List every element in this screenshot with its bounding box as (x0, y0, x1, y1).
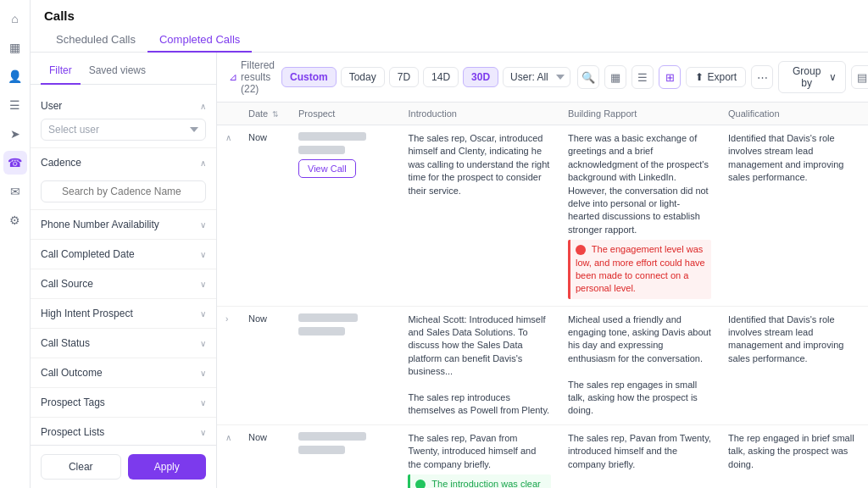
table-header-row: Date ⇅ Prospect Introduction Building Ra… (217, 103, 868, 125)
row2-qual-text: Identified that Davis's role involves st… (728, 313, 860, 366)
chevron-down-icon-intent: ∨ (200, 309, 206, 319)
filter-section-call-outcome: Call Outcome ∨ (31, 358, 216, 388)
page-header: Calls Scheduled Calls Completed Calls (31, 0, 868, 53)
row1-prospect-cell: View Call (290, 125, 399, 307)
filter-section-prospect-lists-label: Prospect Lists (41, 426, 104, 438)
filter-footer: Clear Apply (31, 445, 216, 488)
date-14d-btn[interactable]: 14D (423, 67, 459, 87)
cadence-search-input[interactable] (41, 180, 206, 202)
filter-section-prospect-lists-header[interactable]: Prospect Lists ∨ (41, 424, 206, 440)
row1-rapport-text: There was a basic exchange of greetings … (568, 132, 711, 236)
view-call-button[interactable]: View Call (298, 159, 356, 178)
col-qual-header[interactable]: Qualification (720, 103, 868, 125)
chevron-down-icon-outcome: ∨ (200, 369, 206, 378)
row2-expand-icon[interactable]: › (225, 314, 228, 324)
date-filter-group: Custom Today 7D 14D 30D User: All (281, 67, 570, 87)
content-area: Filter Saved views User ∧ Select user (31, 53, 868, 488)
col-prospect-header[interactable]: Prospect (290, 103, 399, 125)
row3-expand-icon[interactable]: ∧ (225, 433, 231, 442)
filter-section-cadence-label: Cadence (41, 157, 81, 169)
left-icon-bar: ⌂ ▦ 👤 ☰ ➤ ☎ ✉ ⚙ (0, 0, 31, 488)
date-today-btn[interactable]: Today (341, 67, 385, 87)
filter-section-high-intent: High Intent Prospect ∨ (31, 299, 216, 329)
filter-tab-saved[interactable]: Saved views (81, 61, 154, 85)
filter-section-phone: Phone Number Availability ∨ (31, 210, 216, 240)
tabs-bar: Scheduled Calls Completed Calls (44, 28, 854, 52)
search-toolbar-btn[interactable]: 🔍 (577, 65, 599, 89)
green-icon (415, 480, 426, 488)
row3-prospect-cell (290, 424, 399, 488)
row2-rapport-cell: Micheal used a friendly and engaging ton… (559, 306, 720, 424)
user-select[interactable]: Select user (41, 119, 206, 141)
table-view-btn[interactable]: ▤ (851, 65, 868, 89)
filter-section-call-status-label: Call Status (41, 337, 90, 349)
filter-section-phone-header[interactable]: Phone Number Availability ∨ (41, 217, 206, 232)
apply-button[interactable]: Apply (128, 454, 207, 480)
filter-section-call-status: Call Status ∨ (31, 329, 216, 358)
prospect-name-blur3 (298, 432, 366, 441)
col-date-header[interactable]: Date ⇅ (240, 103, 290, 125)
filter-section-call-date-header[interactable]: Call Completed Date ∨ (41, 247, 206, 262)
clear-button[interactable]: Clear (41, 454, 121, 480)
filter-section-call-outcome-header[interactable]: Call Outcome ∨ (41, 365, 206, 380)
filter-section-call-source-header[interactable]: Call Source ∨ (41, 276, 206, 291)
user-filter-select[interactable]: User: All (503, 67, 570, 87)
row2-intro-text: Micheal Scott: Introduced himself and Sa… (408, 313, 551, 418)
row3-date: Now (248, 432, 267, 442)
chevron-up-icon: ∧ (200, 102, 206, 111)
calls-table: Date ⇅ Prospect Introduction Building Ra… (217, 103, 868, 488)
table-scroll: Date ⇅ Prospect Introduction Building Ra… (217, 103, 868, 488)
filter-section-call-status-header[interactable]: Call Status ∨ (41, 336, 206, 351)
row1-rapport-cell: There was a basic exchange of greetings … (559, 125, 720, 307)
send-nav-item[interactable]: ➤ (3, 122, 27, 146)
filter-section-user-header[interactable]: User ∧ (41, 98, 206, 114)
filter-sidebar: Filter Saved views User ∧ Select user (31, 53, 217, 488)
filter-section-call-date-label: Call Completed Date (41, 248, 135, 260)
col-intro-header[interactable]: Introduction (399, 103, 559, 125)
filter-section-call-outcome-label: Call Outcome (41, 367, 103, 379)
grid-toolbar-btn[interactable]: ⊞ (659, 65, 681, 89)
prospect-sub-blur (298, 146, 345, 154)
date-7d-btn[interactable]: 7D (389, 67, 419, 87)
chevron-down-icon-date: ∨ (200, 250, 206, 259)
row3-qual-cell: The rep engaged in brief small talk, ask… (720, 424, 868, 488)
filter-section-cadence: Cadence ∧ 🔍 (31, 148, 216, 210)
filter-section-prospect-tags-header[interactable]: Prospect Tags ∨ (41, 395, 206, 410)
home-nav-item[interactable]: ⌂ (3, 7, 27, 30)
date-custom-btn[interactable]: Custom (281, 67, 337, 87)
row1-intro-cell: The sales rep, Oscar, introduced himself… (399, 125, 559, 307)
chevron-down-icon-phone: ∨ (200, 220, 206, 230)
users-nav-item[interactable]: 👤 (3, 64, 27, 88)
prospect-name-blur2 (298, 313, 358, 322)
bar-chart-toolbar-btn[interactable]: ▦ (604, 65, 626, 89)
list-toolbar-btn[interactable]: ☰ (632, 65, 654, 89)
chevron-up-icon-cadence: ∧ (200, 158, 206, 168)
phone-nav-item active[interactable]: ☎ (3, 151, 27, 175)
filter-section-high-intent-header[interactable]: High Intent Prospect ∨ (41, 306, 206, 321)
row1-date: Now (248, 132, 267, 142)
row1-intro-text: The sales rep, Oscar, introduced himself… (408, 132, 551, 197)
toolbar-right: 🔍 ▦ ☰ ⊞ ⬆ Export ⋯ Group by ∨ ▤ (577, 61, 868, 93)
table-area: ⊿ Filtered results (22) Custom Today 7D … (217, 53, 868, 488)
filter-section-call-source: Call Source ∨ (31, 269, 216, 299)
tab-scheduled[interactable]: Scheduled Calls (44, 28, 147, 53)
filter-tabs: Filter Saved views (31, 53, 216, 85)
row1-expand-icon[interactable]: ∧ (225, 133, 231, 142)
chevron-down-icon-groupby: ∨ (829, 71, 837, 83)
col-rapport-header[interactable]: Building Rapport (559, 103, 720, 125)
filter-tab-filter[interactable]: Filter (41, 61, 81, 85)
date-30d-btn[interactable]: 30D (463, 67, 498, 87)
settings-nav-item[interactable]: ⚙ (3, 208, 27, 232)
row3-rapport-text: The sales rep, Pavan from Twenty, introd… (568, 432, 711, 471)
mail-nav-item[interactable]: ✉ (3, 180, 27, 203)
tab-completed[interactable]: Completed Calls (147, 28, 252, 53)
table-row: › Now Micheal Scott: Introduced himself … (217, 306, 868, 424)
group-by-button[interactable]: Group by ∨ (778, 61, 846, 93)
filter-section-high-intent-label: High Intent Prospect (41, 308, 133, 319)
export-button[interactable]: ⬆ Export (686, 67, 746, 87)
more-options-btn[interactable]: ⋯ (751, 65, 773, 89)
row2-qual-cell: Identified that Davis's role involves st… (720, 306, 868, 424)
filter-section-cadence-header[interactable]: Cadence ∧ (41, 155, 206, 170)
list-nav-item[interactable]: ☰ (3, 93, 27, 117)
chart-nav-item[interactable]: ▦ (3, 36, 27, 59)
